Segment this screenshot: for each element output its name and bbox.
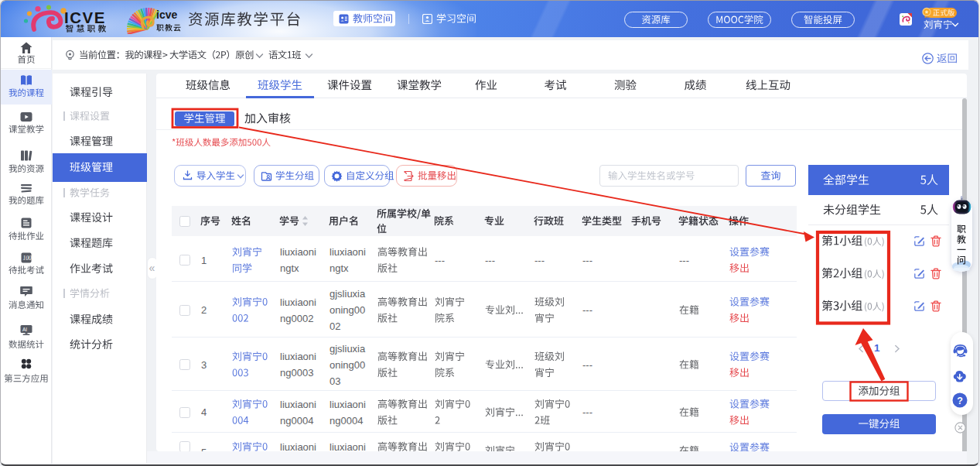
svg-text:?: ? (957, 396, 963, 406)
